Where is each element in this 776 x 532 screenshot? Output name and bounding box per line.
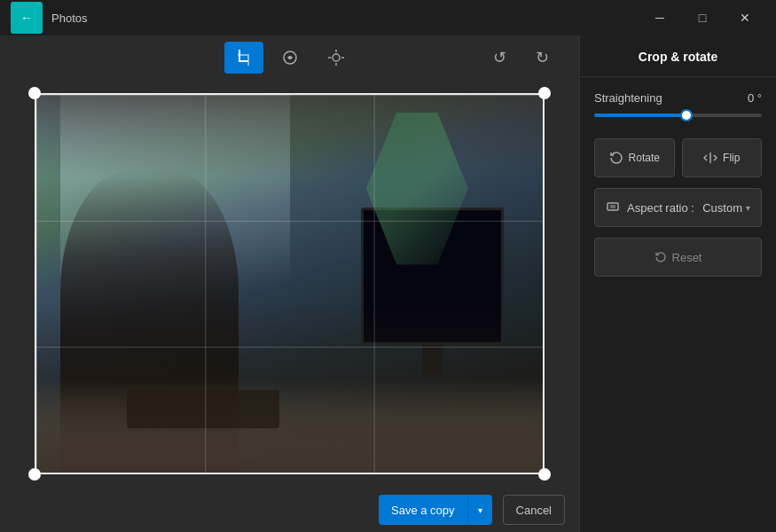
filter-tool-button[interactable] [270,42,310,74]
aspect-ratio-value: Custom [702,201,742,215]
crop-handle-bottom-right[interactable] [538,468,551,481]
reset-icon [655,251,667,263]
titlebar: ← Photos ─ □ ✕ [0,0,776,35]
svg-rect-11 [610,205,615,208]
adjust-tool-button[interactable] [317,42,356,74]
flip-label: Flip [723,152,740,164]
straightening-slider[interactable] [594,113,762,117]
filter-icon [281,49,299,66]
close-button[interactable]: ✕ [725,4,765,32]
undo-button[interactable]: ↺ [480,42,519,74]
undo-icon: ↺ [493,48,506,67]
back-button[interactable]: ← [11,2,43,34]
slider-fill [594,113,686,117]
straightening-label: Straightening [594,91,662,105]
crop-container[interactable] [35,93,545,474]
save-dropdown-button[interactable]: ▾ [467,495,492,525]
svg-rect-2 [247,54,249,66]
panel-title: Crop & rotate [580,35,776,77]
crop-handle-top-left[interactable] [28,87,41,99]
rotate-label: Rotate [629,152,660,164]
slider-thumb[interactable] [680,109,693,121]
back-icon: ← [20,11,33,25]
svg-rect-3 [238,54,247,56]
save-button-group: Save a copy ▾ [379,495,492,525]
redo-icon: ↻ [536,48,549,67]
bottom-bar: Save a copy ▾ Cancel [0,488,579,532]
cancel-button[interactable]: Cancel [503,495,565,525]
crop-overlay [35,93,545,474]
aspect-chevron-icon: ▾ [746,203,750,213]
svg-rect-1 [239,60,248,62]
right-panel: Crop & rotate Straightening 0 ° Rotate [579,35,776,532]
app-title: Photos [51,12,639,25]
toolbar: ↺ ↻ [0,35,579,80]
minimize-button[interactable]: ─ [639,4,680,32]
undo-redo-group: ↺ ↻ [480,42,561,74]
adjust-icon [327,49,345,66]
crop-handle-bottom-left[interactable] [28,468,41,481]
rotate-icon [609,151,623,165]
reset-button[interactable]: Reset [594,238,762,277]
rotate-flip-row: Rotate Flip [580,131,776,184]
aspect-ratio-icon [606,200,620,216]
reset-label: Reset [672,251,702,264]
flip-button[interactable]: Flip [682,138,763,177]
canvas-area [0,80,579,488]
svg-point-5 [333,54,340,61]
flip-icon [703,151,717,165]
crop-handle-top-right[interactable] [538,87,551,99]
rotate-button[interactable]: Rotate [594,138,675,177]
maximize-button[interactable]: □ [682,4,723,32]
straightening-section: Straightening 0 ° [580,77,776,131]
crop-icon [235,49,253,66]
save-copy-button[interactable]: Save a copy [379,495,467,525]
straightening-header: Straightening 0 ° [594,91,762,105]
aspect-ratio-label: Aspect ratio : [627,201,702,215]
main-area: ↺ ↻ [0,35,776,532]
redo-button[interactable]: ↻ [522,42,561,74]
save-chevron-icon: ▾ [478,505,482,515]
window-controls: ─ □ ✕ [639,4,765,32]
straightening-value: 0 ° [748,91,762,105]
crop-tool-button[interactable] [224,42,263,74]
aspect-ratio-dropdown[interactable]: Aspect ratio : Custom ▾ [594,188,762,227]
editor-area: ↺ ↻ [0,35,579,532]
